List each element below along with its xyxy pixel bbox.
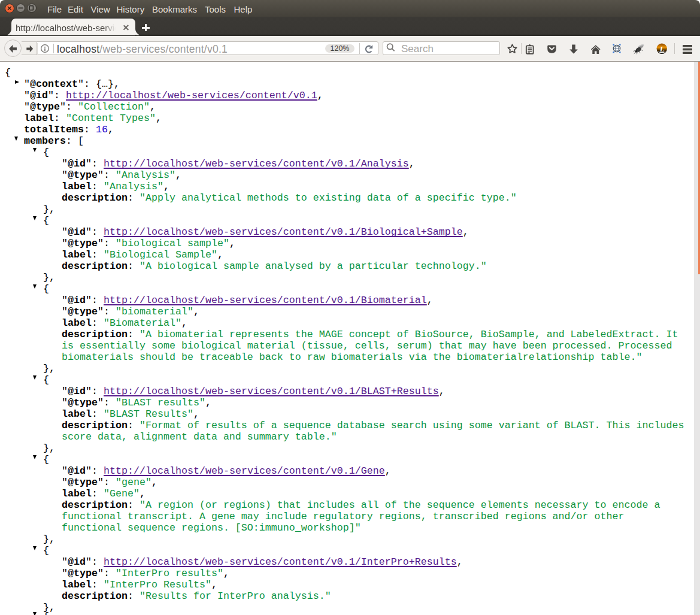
svg-text:L: L <box>659 44 665 53</box>
